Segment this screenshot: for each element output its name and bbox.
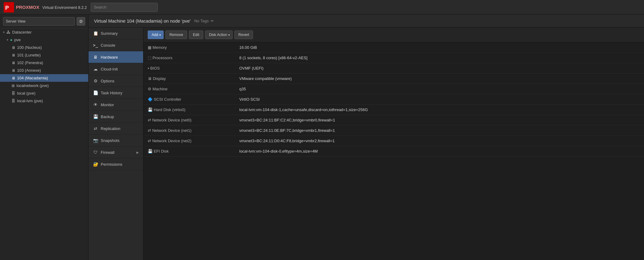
- row-label: Display: [153, 76, 166, 81]
- sidebar-item-label: 101 (Lunette): [17, 53, 41, 57]
- chevron-icon: ▾: [7, 38, 8, 42]
- app-title: PROXMOX Virtual Environment 8.2.2: [16, 5, 87, 10]
- vm-icon: 🖥: [12, 68, 15, 73]
- pve-icon: ●: [10, 38, 13, 42]
- replication-icon: ⇄: [93, 126, 98, 131]
- options-icon: ⚙: [93, 78, 98, 83]
- hardware-icon: 🖥: [93, 55, 98, 60]
- sidebar-item-100[interactable]: 🖥 100 (Nucleus): [0, 44, 88, 51]
- row-label: Memory: [153, 45, 167, 50]
- nav-item-monitor[interactable]: 👁 Monitor: [89, 99, 143, 111]
- search-input[interactable]: [91, 3, 158, 12]
- nav-item-cloud-init[interactable]: ☁ Cloud-Init: [89, 63, 143, 75]
- nav-item-permissions[interactable]: 🔐 Permissions: [89, 158, 143, 170]
- row-icon: ⇄: [148, 118, 151, 122]
- left-nav: 📋 Summary >_ Console 🖥 Hardware ☁ Cloud-…: [89, 27, 143, 260]
- nav-item-label: Options: [101, 79, 114, 83]
- vm-icon: 🖥: [12, 45, 15, 50]
- table-row[interactable]: 🔷 SCSI Controller VirtIO SCSI: [143, 94, 644, 105]
- table-row[interactable]: ▪ BIOS OVMF (UEFI): [143, 63, 644, 74]
- edit-button[interactable]: Edit: [189, 31, 203, 39]
- hardware-table: ▦ Memory 16.00 GiB ⬚ Processors 8 (1 soc…: [143, 42, 644, 157]
- table-row[interactable]: ⇄ Network Device (net0) vmxnet3=BC:24:11…: [143, 115, 644, 125]
- table-row[interactable]: ⚙ Machine q35: [143, 84, 644, 94]
- vm-icon: 🖥: [12, 76, 15, 80]
- no-tags-area: No Tags ✏: [194, 19, 214, 23]
- row-icon: 🔷: [148, 97, 153, 102]
- nav-item-label: Monitor: [101, 103, 114, 107]
- row-icon: ▪: [148, 66, 149, 70]
- disk-action-label: Disk Action: [209, 33, 227, 37]
- table-row[interactable]: ▦ Memory 16.00 GiB: [143, 42, 644, 53]
- server-view-select[interactable]: Server View: [3, 17, 75, 26]
- table-row[interactable]: 💾 EFI Disk local-lvm:vm-104-disk-0,efity…: [143, 146, 644, 157]
- table-row[interactable]: 🖥 Display VMware compatible (vmware): [143, 74, 644, 84]
- nav-item-label: Snapshots: [101, 138, 119, 143]
- table-row[interactable]: 💾 Hard Disk (virtio0) local-lvm:vm-104-d…: [143, 105, 644, 115]
- nav-item-label: Replication: [101, 126, 120, 131]
- vm-icon: 🖥: [12, 53, 15, 57]
- nav-item-task-history[interactable]: 📄 Task History: [89, 87, 143, 99]
- row-value: OVMF (UEFI): [235, 63, 644, 74]
- nav-item-console[interactable]: >_ Console: [89, 39, 143, 51]
- permissions-icon: 🔐: [93, 162, 98, 167]
- row-value: q35: [235, 84, 644, 94]
- backup-icon: 💾: [93, 114, 98, 119]
- row-label: BIOS: [150, 66, 160, 70]
- chevron-icon: ▾: [3, 31, 5, 34]
- nav-item-firewall[interactable]: 🛡 Firewall ▶: [89, 146, 143, 158]
- sidebar-item-102[interactable]: 🖥 102 (Fenestra): [0, 59, 88, 67]
- row-value: vmxnet3=BC:24:11:D0:4C:F8,bridge=vmbr2,f…: [235, 136, 644, 146]
- sidebar-item-101[interactable]: 🖥 101 (Lunette): [0, 51, 88, 59]
- add-button[interactable]: Add ▾: [148, 31, 164, 39]
- svg-text:P: P: [5, 5, 9, 11]
- console-icon: >_: [93, 43, 98, 48]
- topbar: P PROXMOX Virtual Environment 8.2.2: [0, 0, 644, 15]
- gear-button[interactable]: ⚙: [77, 17, 85, 26]
- remove-label: Remove: [169, 33, 183, 37]
- row-icon: ⬚: [148, 56, 151, 60]
- sidebar-item-localnetwork[interactable]: ⊞ localnetwork (pve): [0, 82, 88, 89]
- nav-item-hardware[interactable]: 🖥 Hardware: [89, 51, 143, 63]
- right-panel: Virtual Machine 104 (Macadamia) on node …: [89, 15, 644, 260]
- table-row[interactable]: ⬚ Processors 8 (1 sockets, 8 cores) [x86…: [143, 53, 644, 63]
- nav-item-snapshots[interactable]: 📷 Snapshots: [89, 135, 143, 146]
- nav-item-backup[interactable]: 💾 Backup: [89, 111, 143, 123]
- sidebar-item-104[interactable]: 🖥 104 (Macadamia): [0, 74, 88, 82]
- disk-action-button[interactable]: Disk Action ▾: [205, 31, 233, 39]
- sidebar-item-label: 103 (Annexe): [17, 68, 41, 73]
- nav-item-replication[interactable]: ⇄ Replication: [89, 123, 143, 135]
- nav-item-label: Cloud-Init: [101, 67, 118, 71]
- main-content: Add ▾ Remove Edit Disk Action ▾ Revert: [143, 27, 644, 260]
- revert-button[interactable]: Revert: [234, 31, 253, 39]
- row-icon: ▦: [148, 45, 151, 50]
- table-row[interactable]: ⇄ Network Device (net2) vmxnet3=BC:24:11…: [143, 136, 644, 146]
- sidebar-item-datacenter[interactable]: ▾ 🖧 Datacenter: [0, 28, 88, 36]
- nav-item-summary[interactable]: 📋 Summary: [89, 27, 143, 39]
- edit-label: Edit: [193, 33, 199, 37]
- content-area: 📋 Summary >_ Console 🖥 Hardware ☁ Cloud-…: [89, 27, 644, 260]
- logo-box: P: [4, 2, 14, 13]
- add-label: Add: [152, 33, 158, 37]
- sidebar-item-pve[interactable]: ▾ ● pve: [0, 36, 88, 44]
- logo-area: P PROXMOX Virtual Environment 8.2.2: [4, 2, 87, 13]
- sidebar-item-local[interactable]: 🗄 local (pve): [0, 89, 88, 97]
- edit-tags-icon[interactable]: ✏: [211, 19, 214, 23]
- row-icon: ⚙: [148, 87, 151, 91]
- table-row[interactable]: ⇄ Network Device (net1) vmxnet3=BC:24:11…: [143, 125, 644, 136]
- nav-item-label: Task History: [101, 91, 122, 95]
- storage-icon: 🗄: [12, 91, 15, 96]
- row-value: 8 (1 sockets, 8 cores) [x86-64-v2-AES]: [235, 53, 644, 63]
- remove-button[interactable]: Remove: [165, 31, 187, 39]
- sidebar-item-label: localnetwork (pve): [16, 83, 49, 88]
- vm-title: Virtual Machine 104 (Macadamia) on node …: [94, 18, 190, 23]
- sidebar: Server View ⚙ ▾ 🖧 Datacenter ▾ ● pve 🖥 1…: [0, 15, 89, 260]
- cloud-init-icon: ☁: [93, 67, 98, 71]
- nav-item-label: Permissions: [101, 162, 122, 167]
- row-value: VirtIO SCSI: [235, 94, 644, 105]
- monitor-icon: 👁: [93, 102, 98, 107]
- sidebar-item-local-lvm[interactable]: 🗄 local-lvm (pve): [0, 97, 88, 105]
- nav-item-options[interactable]: ⚙ Options: [89, 75, 143, 87]
- sidebar-item-103[interactable]: 🖥 103 (Annexe): [0, 67, 88, 74]
- row-value: local-lvm:vm-104-disk-0,efitype=4m,size=…: [235, 146, 644, 157]
